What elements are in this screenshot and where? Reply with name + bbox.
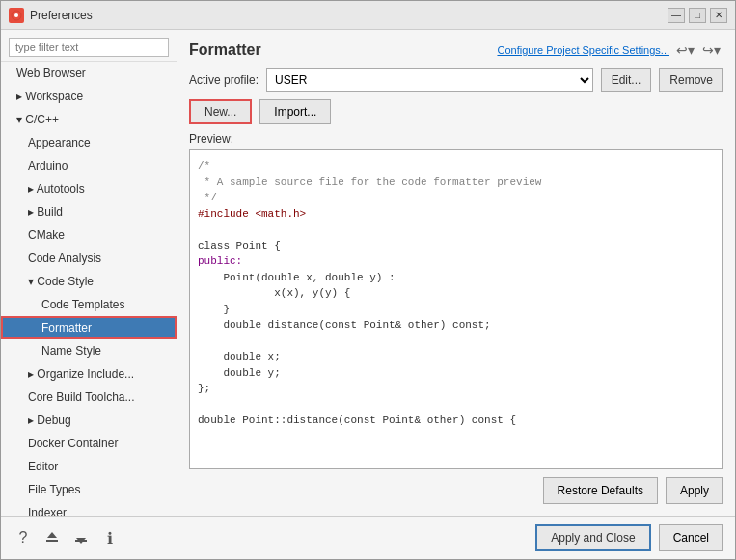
export-config-icon[interactable] bbox=[70, 527, 92, 548]
code-line bbox=[198, 222, 715, 238]
window-title: Preferences bbox=[30, 9, 93, 22]
title-bar: Preferences — □ ✕ bbox=[1, 1, 735, 30]
code-line: class Point { bbox=[198, 238, 715, 254]
search-input[interactable] bbox=[9, 38, 169, 57]
edit-button[interactable]: Edit... bbox=[601, 68, 652, 92]
code-line: * A sample source file for the code form… bbox=[198, 174, 715, 191]
nav-back-button[interactable]: ↩▾ bbox=[673, 41, 697, 59]
window-controls: — □ ✕ bbox=[668, 8, 727, 23]
sidebar-item-file-types[interactable]: File Types bbox=[1, 478, 177, 501]
preview-area[interactable]: /* * A sample source file for the code f… bbox=[189, 149, 723, 469]
sidebar-item-docker-container[interactable]: Docker Container bbox=[1, 432, 177, 455]
title-bar-left: Preferences bbox=[9, 8, 93, 23]
code-line: double y; bbox=[198, 365, 715, 382]
apply-button[interactable]: Apply bbox=[666, 477, 723, 504]
code-line: double distance(const Point& other) cons… bbox=[198, 317, 715, 333]
nav-arrows: ↩▾ ↪▾ bbox=[673, 41, 723, 59]
preferences-dialog: Preferences — □ ✕ Web Browser▸ Workspace… bbox=[0, 0, 736, 560]
new-import-row: New... Import... bbox=[189, 99, 723, 124]
footer-left: ? ℹ bbox=[13, 527, 121, 548]
sidebar-item-code-templates[interactable]: Code Templates bbox=[1, 293, 177, 316]
code-line: /* bbox=[198, 158, 715, 174]
sidebar-item-workspace[interactable]: ▸ Workspace bbox=[1, 85, 177, 108]
sidebar-item-cmake[interactable]: CMake bbox=[1, 224, 177, 247]
sidebar-item-code-style[interactable]: ▾ Code Style bbox=[1, 270, 177, 293]
maximize-button[interactable]: □ bbox=[689, 8, 706, 23]
sidebar-item-organize-includes[interactable]: ▸ Organize Include... bbox=[1, 362, 177, 386]
help-icon[interactable]: ? bbox=[13, 527, 34, 548]
code-line: #include <math.h> bbox=[198, 206, 715, 223]
minimize-button[interactable]: — bbox=[668, 8, 685, 23]
profile-select[interactable]: USER bbox=[266, 68, 593, 92]
code-line: }; bbox=[198, 381, 715, 397]
sidebar-item-web-browser[interactable]: Web Browser bbox=[1, 62, 177, 85]
sidebar-item-debug[interactable]: ▸ Debug bbox=[1, 409, 177, 432]
code-line: double Point::distance(const Point& othe… bbox=[198, 413, 715, 429]
sidebar-item-arduino[interactable]: Arduino bbox=[1, 154, 177, 177]
sidebar-item-c-cpp[interactable]: ▾ C/C++ bbox=[1, 108, 177, 131]
cancel-button[interactable]: Cancel bbox=[659, 524, 723, 551]
code-line: double x; bbox=[198, 349, 715, 365]
code-line: */ bbox=[198, 190, 715, 206]
sidebar-item-indexer[interactable]: Indexer bbox=[1, 501, 177, 516]
import-button[interactable]: Import... bbox=[259, 99, 331, 124]
right-panel: Formatter Configure Project Specific Set… bbox=[177, 30, 735, 516]
panel-top-row: Formatter Configure Project Specific Set… bbox=[189, 41, 723, 59]
preview-label: Preview: bbox=[189, 132, 723, 146]
bottom-buttons-row: Restore Defaults Apply bbox=[189, 477, 723, 504]
svg-marker-3 bbox=[47, 532, 57, 538]
panel-title: Formatter bbox=[189, 41, 261, 59]
panel-header-right: Configure Project Specific Settings... ↩… bbox=[497, 41, 723, 59]
sidebar: Web Browser▸ Workspace▾ C/C++AppearanceA… bbox=[1, 30, 177, 516]
code-lines-container: /* * A sample source file for the code f… bbox=[198, 158, 715, 429]
new-button[interactable]: New... bbox=[189, 99, 252, 124]
sidebar-item-autotools[interactable]: ▸ Autotools bbox=[1, 177, 177, 200]
apply-and-close-button[interactable]: Apply and Close bbox=[535, 524, 650, 551]
svg-point-1 bbox=[14, 13, 18, 17]
sidebar-item-appearance[interactable]: Appearance bbox=[1, 131, 177, 154]
code-line bbox=[198, 397, 715, 413]
code-line: } bbox=[198, 302, 715, 318]
import-config-icon[interactable] bbox=[41, 527, 63, 548]
code-line: Point(double x, double y) : bbox=[198, 270, 715, 286]
sidebar-item-editor[interactable]: Editor bbox=[1, 455, 177, 478]
active-profile-row: Active profile: USER Edit... Remove bbox=[189, 68, 723, 92]
code-line bbox=[198, 333, 715, 350]
sidebar-item-code-analysis[interactable]: Code Analysis bbox=[1, 247, 177, 270]
sidebar-item-name-style[interactable]: Name Style bbox=[1, 339, 177, 362]
close-button[interactable]: ✕ bbox=[710, 8, 727, 23]
app-icon bbox=[9, 8, 24, 23]
restore-defaults-button[interactable]: Restore Defaults bbox=[543, 477, 658, 504]
sidebar-item-build[interactable]: ▸ Build bbox=[1, 200, 177, 224]
configure-project-link[interactable]: Configure Project Specific Settings... bbox=[497, 44, 669, 56]
sidebar-items-container: Web Browser▸ Workspace▾ C/C++AppearanceA… bbox=[1, 62, 177, 516]
search-bar bbox=[1, 34, 177, 62]
sidebar-item-formatter[interactable]: Formatter bbox=[1, 316, 177, 339]
info-icon[interactable]: ℹ bbox=[99, 527, 121, 548]
remove-button[interactable]: Remove bbox=[659, 68, 723, 92]
svg-rect-2 bbox=[46, 540, 58, 542]
main-content: Web Browser▸ Workspace▾ C/C++AppearanceA… bbox=[1, 30, 735, 516]
active-profile-label: Active profile: bbox=[189, 73, 259, 87]
code-line: public: bbox=[198, 253, 715, 270]
dialog-footer: ? ℹ Apply and Close Cancel bbox=[1, 516, 735, 559]
sidebar-item-core-build[interactable]: Core Build Toolcha... bbox=[1, 386, 177, 409]
nav-forward-button[interactable]: ↪▾ bbox=[699, 41, 723, 59]
code-line: x(x), y(y) { bbox=[198, 285, 715, 302]
footer-right: Apply and Close Cancel bbox=[535, 524, 723, 551]
